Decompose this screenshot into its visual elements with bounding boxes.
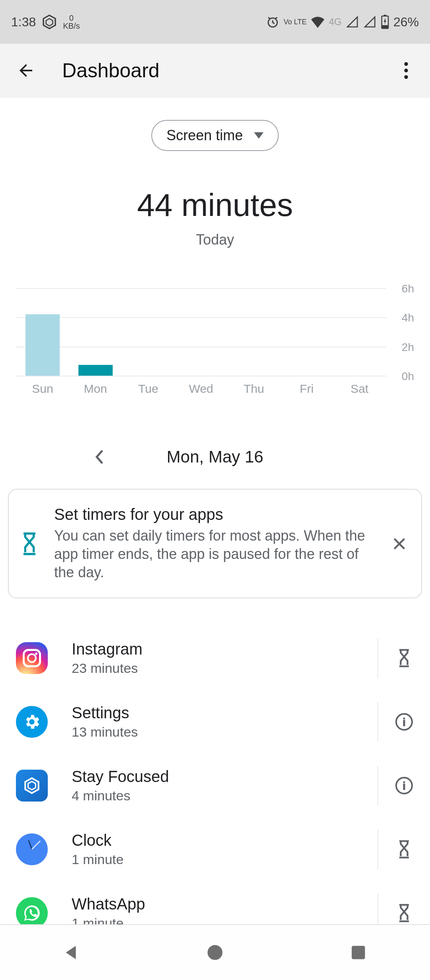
date-navigator: Mon, May 16 [0, 447, 430, 466]
info-card-title: Set timers for your apps [54, 506, 373, 523]
y-tick-label: 6h [390, 282, 414, 295]
app-row[interactable]: Clock1 minute [0, 817, 430, 881]
battery-icon [381, 15, 389, 29]
svg-point-6 [404, 62, 408, 66]
overflow-menu-button[interactable] [394, 59, 418, 82]
net-speed-indicator: 0 KB/s [63, 14, 80, 30]
app-name: Instagram [72, 640, 362, 658]
y-tick-label: 2h [390, 341, 414, 354]
arrow-back-icon [16, 61, 35, 80]
app-timer-button[interactable] [394, 837, 414, 861]
app-icon [16, 642, 48, 674]
app-timer-button[interactable] [394, 646, 414, 670]
y-tick-label: 0h [390, 370, 414, 383]
date-label: Mon, May 16 [167, 447, 264, 466]
app-usage-list: Instagram23 minutesSettings13 minutesSta… [0, 626, 430, 945]
status-time: 1:38 [11, 15, 36, 29]
info-card-body: You can set daily timers for most apps. … [54, 527, 373, 582]
main-content: Screen time 44 minutes Today 0h2h4h6h Su… [0, 98, 430, 945]
app-name: Settings [72, 704, 362, 722]
svg-marker-10 [28, 782, 36, 790]
divider [377, 829, 378, 869]
chart-bar[interactable] [25, 314, 60, 376]
x-tick-label: Mon [78, 382, 113, 396]
app-usage: 13 minutes [72, 724, 362, 740]
app-bar: Dashboard [0, 44, 430, 98]
dropdown-label: Screen time [166, 127, 243, 144]
app-icon [16, 833, 48, 865]
x-tick-label: Sun [25, 382, 61, 396]
app-usage: 4 minutes [72, 788, 362, 804]
app-row[interactable]: Stay Focused4 minutes [0, 754, 430, 817]
app-icon [16, 770, 48, 802]
app-timer-button[interactable] [394, 774, 414, 798]
page-title: Dashboard [62, 59, 394, 82]
app-timer-button[interactable] [394, 901, 414, 925]
app-name: Clock [72, 831, 362, 849]
app-row[interactable]: Settings13 minutes [0, 690, 430, 754]
alarm-icon [266, 15, 280, 29]
wifi-icon [311, 16, 325, 28]
nav-recent-button[interactable] [348, 943, 368, 962]
divider [377, 702, 378, 742]
usage-value: 44 minutes [0, 187, 430, 223]
svg-marker-9 [25, 778, 38, 793]
nav-home-button[interactable] [205, 943, 225, 962]
app-usage: 23 minutes [72, 661, 362, 676]
gridline [16, 376, 386, 376]
svg-marker-0 [43, 15, 55, 28]
x-tick-label: Wed [183, 382, 219, 396]
prev-day-button[interactable] [91, 449, 107, 465]
network-4g-label: 4G [329, 16, 342, 27]
app-usage: 1 minute [72, 852, 362, 867]
usage-label: Today [0, 231, 430, 248]
svg-rect-4 [384, 15, 387, 16]
chevron-down-icon [254, 132, 264, 139]
x-tick-label: Thu [236, 382, 272, 396]
app-row[interactable]: Instagram23 minutes [0, 626, 430, 690]
svg-point-11 [207, 945, 223, 960]
app-icon [16, 706, 48, 738]
battery-pct: 26% [393, 15, 419, 29]
system-nav-bar [0, 924, 430, 980]
x-tick-label: Fri [289, 382, 324, 396]
nav-back-button[interactable] [62, 943, 82, 962]
usage-summary: 44 minutes Today [0, 187, 430, 248]
usage-bar-chart[interactable]: 0h2h4h6h SunMonTueWedThuFriSat [16, 288, 414, 404]
divider [377, 638, 378, 678]
chart-bar[interactable] [78, 365, 113, 376]
y-tick-label: 4h [390, 312, 414, 324]
svg-rect-5 [382, 25, 388, 28]
svg-point-7 [404, 69, 408, 72]
timer-info-card: Set timers for your apps You can set dai… [8, 489, 422, 598]
status-bar: 1:38 0 KB/s Vo LTE 4G 26% [0, 0, 430, 44]
x-tick-label: Tue [130, 382, 166, 396]
more-vert-icon [404, 62, 408, 79]
x-tick-label: Sat [342, 382, 377, 396]
divider [377, 766, 378, 806]
chevron-left-icon [94, 449, 104, 465]
status-left: 1:38 0 KB/s [11, 14, 80, 30]
metric-dropdown[interactable]: Screen time [151, 120, 279, 151]
dismiss-card-button[interactable] [389, 534, 409, 554]
close-icon [392, 537, 407, 551]
signal-icon-2 [363, 16, 377, 28]
signal-icon-1 [346, 16, 359, 28]
svg-marker-1 [46, 19, 53, 26]
stayfocused-status-icon [41, 14, 57, 30]
svg-point-8 [404, 75, 408, 79]
app-timer-button[interactable] [394, 710, 414, 734]
app-name: WhatsApp [72, 895, 362, 913]
back-button[interactable] [12, 57, 40, 84]
app-name: Stay Focused [72, 768, 362, 786]
svg-rect-12 [352, 946, 365, 959]
status-right: Vo LTE 4G 26% [266, 15, 419, 29]
hourglass-icon [21, 532, 38, 556]
volte-icon: Vo LTE [283, 19, 307, 25]
